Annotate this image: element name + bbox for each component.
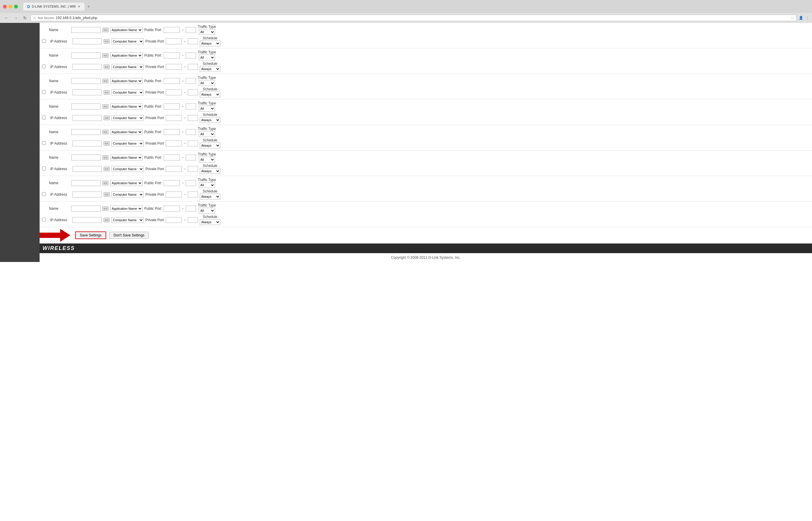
name-input[interactable] xyxy=(71,129,100,135)
ip-address-input[interactable] xyxy=(72,115,102,121)
application-name-select[interactable]: Application Name xyxy=(110,206,142,211)
traffic-type-select[interactable]: AllTCPUDP xyxy=(199,106,215,112)
public-port-start-input[interactable] xyxy=(164,78,180,84)
schedule-select[interactable]: Always xyxy=(200,168,220,174)
public-port-end-input[interactable] xyxy=(186,155,196,160)
public-port-end-input[interactable] xyxy=(186,52,196,59)
ip-address-input[interactable] xyxy=(72,64,102,70)
comp-double-arrow-button[interactable]: << xyxy=(104,167,110,171)
profile-icon[interactable]: 👤 xyxy=(799,16,803,20)
row-checkbox[interactable] xyxy=(42,141,46,145)
name-input[interactable] xyxy=(71,27,100,33)
name-input[interactable] xyxy=(71,78,100,84)
row-checkbox[interactable] xyxy=(42,65,46,68)
comp-double-arrow-button[interactable]: << xyxy=(104,90,110,95)
name-input[interactable] xyxy=(71,180,100,186)
name-input[interactable] xyxy=(71,104,100,109)
reload-button[interactable]: ↻ xyxy=(22,15,28,21)
forward-button[interactable]: → xyxy=(12,15,19,21)
app-double-arrow-button[interactable]: << xyxy=(103,78,109,83)
browser-tab[interactable]: D D-LINK SYSTEMS, INC. | WIR ✕ xyxy=(23,3,85,10)
private-port-end-input[interactable] xyxy=(188,140,198,146)
private-port-start-input[interactable] xyxy=(166,191,182,198)
application-name-select[interactable]: Application Name xyxy=(110,52,142,59)
private-port-start-input[interactable] xyxy=(166,166,182,172)
maximize-window-button[interactable] xyxy=(14,5,18,8)
row-checkbox[interactable] xyxy=(42,90,46,94)
computer-name-select[interactable]: Computer Name xyxy=(111,191,144,198)
public-port-end-input[interactable] xyxy=(186,206,196,211)
minimize-window-button[interactable] xyxy=(8,5,12,8)
public-port-end-input[interactable] xyxy=(186,104,196,109)
row-checkbox[interactable] xyxy=(42,116,46,119)
private-port-start-input[interactable] xyxy=(166,140,182,146)
private-port-start-input[interactable] xyxy=(166,115,182,121)
private-port-start-input[interactable] xyxy=(166,89,182,95)
app-double-arrow-button[interactable]: << xyxy=(103,206,109,211)
comp-double-arrow-button[interactable]: << xyxy=(104,141,110,146)
name-input[interactable] xyxy=(71,206,100,211)
public-port-end-input[interactable] xyxy=(186,180,196,186)
ip-address-input[interactable] xyxy=(72,140,102,146)
traffic-type-select[interactable]: AllTCPUDP xyxy=(199,29,215,35)
ip-address-input[interactable] xyxy=(72,166,102,172)
private-port-end-input[interactable] xyxy=(188,166,198,172)
comp-double-arrow-button[interactable]: << xyxy=(104,39,110,44)
comp-double-arrow-button[interactable]: << xyxy=(104,116,110,120)
traffic-type-select[interactable]: AllTCPUDP xyxy=(199,80,215,86)
application-name-select[interactable]: Application Name xyxy=(110,155,142,160)
computer-name-select[interactable]: Computer Name xyxy=(111,140,144,146)
computer-name-select[interactable]: Computer Name xyxy=(111,115,144,121)
schedule-select[interactable]: Always xyxy=(200,66,220,72)
computer-name-select[interactable]: Computer Name xyxy=(111,166,144,172)
app-double-arrow-button[interactable]: << xyxy=(103,181,109,185)
application-name-select[interactable]: Application Name xyxy=(110,129,142,135)
back-button[interactable]: ← xyxy=(3,15,10,21)
ip-address-input[interactable] xyxy=(72,39,102,44)
computer-name-select[interactable]: Computer Name xyxy=(111,217,144,223)
public-port-start-input[interactable] xyxy=(164,129,180,135)
private-port-start-input[interactable] xyxy=(166,64,182,70)
computer-name-select[interactable]: Computer Name xyxy=(111,39,144,44)
ip-address-input[interactable] xyxy=(72,217,102,223)
public-port-end-input[interactable] xyxy=(186,27,196,33)
schedule-select[interactable]: Always xyxy=(200,92,220,97)
traffic-type-select[interactable]: AllTCPUDP xyxy=(199,157,215,162)
computer-name-select[interactable]: Computer Name xyxy=(111,89,144,95)
ip-address-input[interactable] xyxy=(72,191,102,198)
save-settings-button[interactable]: Save Settings xyxy=(75,231,106,239)
application-name-select[interactable]: Application Name xyxy=(110,27,142,33)
name-input[interactable] xyxy=(71,52,100,59)
schedule-select[interactable]: Always xyxy=(200,142,220,149)
schedule-select[interactable]: Always xyxy=(200,194,220,200)
row-checkbox[interactable] xyxy=(42,39,46,43)
public-port-start-input[interactable] xyxy=(164,180,180,186)
row-checkbox[interactable] xyxy=(42,167,46,171)
traffic-type-select[interactable]: AllTCPUDP xyxy=(199,208,215,213)
address-field[interactable]: ⚠ Not Secure 192.168.0.1/adv_pfwd.php ☆ xyxy=(30,15,796,21)
application-name-select[interactable]: Application Name xyxy=(110,180,142,186)
app-double-arrow-button[interactable]: << xyxy=(103,155,109,160)
app-double-arrow-button[interactable]: << xyxy=(103,104,109,109)
private-port-end-input[interactable] xyxy=(188,64,198,70)
traffic-type-select[interactable]: AllTCPUDP xyxy=(199,182,215,188)
row-checkbox[interactable] xyxy=(42,218,46,222)
app-double-arrow-button[interactable]: << xyxy=(103,53,109,58)
traffic-type-select[interactable]: AllTCPUDP xyxy=(199,131,215,137)
comp-double-arrow-button[interactable]: << xyxy=(104,192,110,197)
comp-double-arrow-button[interactable]: << xyxy=(104,218,110,222)
private-port-end-input[interactable] xyxy=(188,39,198,44)
public-port-start-input[interactable] xyxy=(164,206,180,211)
private-port-end-input[interactable] xyxy=(188,217,198,223)
private-port-end-input[interactable] xyxy=(188,115,198,121)
app-double-arrow-button[interactable]: << xyxy=(103,130,109,134)
private-port-end-input[interactable] xyxy=(188,89,198,95)
dont-save-settings-button[interactable]: Don't Save Settings xyxy=(109,232,149,239)
bookmark-icon[interactable]: ☆ xyxy=(791,16,794,20)
comp-double-arrow-button[interactable]: << xyxy=(104,65,110,69)
private-port-start-input[interactable] xyxy=(166,217,182,223)
menu-icon[interactable]: ⋮ xyxy=(806,16,809,20)
public-port-start-input[interactable] xyxy=(164,104,180,109)
public-port-end-input[interactable] xyxy=(186,78,196,84)
row-checkbox[interactable] xyxy=(42,192,46,196)
